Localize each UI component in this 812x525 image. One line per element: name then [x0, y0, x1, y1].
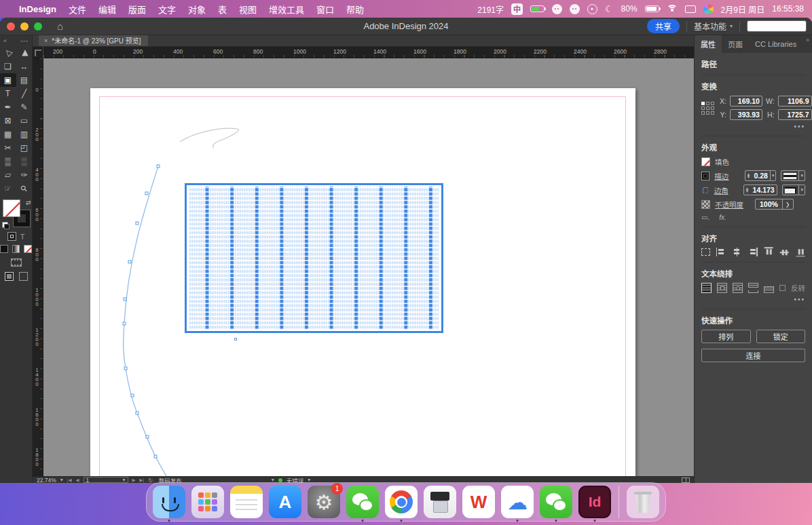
pencil-tool[interactable]: ✎ — [16, 100, 33, 114]
menu-2[interactable]: 版面 — [128, 5, 146, 15]
align-right-icon[interactable] — [748, 248, 757, 256]
align-left-icon[interactable] — [716, 248, 726, 256]
dock-item-wechat-2[interactable] — [540, 486, 572, 518]
dock-item-print-center[interactable] — [424, 486, 456, 518]
page-dropdown-icon[interactable]: ▾ — [123, 477, 126, 483]
corner-radius-value[interactable]: 14.173 — [751, 186, 777, 194]
opacity-value[interactable]: 100% — [756, 200, 782, 208]
pencil-stroke-path[interactable] — [180, 128, 239, 148]
dock-item-weiyun-cloud[interactable]: ☁ — [501, 486, 534, 518]
zoom-tool[interactable]: ⚲ — [16, 182, 33, 195]
path-anchor-points[interactable] — [123, 165, 160, 458]
display-icon[interactable] — [685, 5, 696, 13]
close-tab-icon[interactable]: × — [44, 37, 48, 44]
apply-color-button[interactable] — [0, 245, 8, 253]
h-field[interactable]: 1725.7 — [778, 109, 812, 120]
horizontal-grid-tool[interactable]: ▦ — [0, 128, 16, 141]
frame-tool[interactable]: ⊠ — [0, 114, 16, 128]
panel-grip[interactable]: ▪▪▪ — [20, 38, 29, 44]
x-field[interactable]: 169.10 — [730, 96, 762, 106]
stroke-label[interactable]: 描边 — [714, 171, 739, 181]
spread-view-icon[interactable] — [682, 478, 690, 483]
dock-item-wechat[interactable] — [346, 486, 379, 518]
menu-4[interactable]: 对象 — [188, 5, 206, 15]
view-options-icon[interactable] — [11, 258, 22, 267]
bezier-path[interactable] — [124, 166, 171, 476]
vertical-grid-tool[interactable]: ▥ — [16, 128, 33, 141]
first-page-button[interactable]: |◀ — [67, 478, 72, 483]
transform-more-options[interactable]: ••• — [701, 123, 805, 130]
dock-item-notes[interactable] — [230, 486, 263, 518]
menu-5[interactable]: 表 — [218, 5, 227, 15]
lock-button[interactable]: 锁定 — [756, 330, 806, 343]
vertical-ruler[interactable]: 020040060080010001200140016001800 — [33, 58, 43, 476]
dock-item-system-settings[interactable]: ⚙1 — [308, 486, 340, 518]
opacity-expand-icon[interactable]: ❯ — [782, 199, 793, 209]
frame-fitting-icon[interactable]: ▭. — [701, 214, 709, 221]
accessory-battery-icon[interactable] — [530, 5, 545, 12]
menu-1[interactable]: 编辑 — [98, 5, 116, 15]
y-field[interactable]: 393.93 — [730, 109, 762, 120]
last-page-button[interactable]: ▶| — [140, 478, 145, 483]
pen-tool[interactable]: ✒ — [0, 100, 16, 114]
menu-6[interactable]: 视图 — [239, 5, 257, 15]
share-button[interactable]: 共享 — [647, 19, 680, 33]
dock-item-finder[interactable] — [153, 486, 185, 518]
stroke-color-swatch[interactable] — [701, 172, 709, 180]
stroke-weight-stepper[interactable]: ▲▼ 0.28 ▾ — [745, 170, 777, 181]
focus-moon-icon[interactable]: ☾ — [605, 3, 614, 14]
menubar-time[interactable]: 16:55:38 — [772, 4, 804, 14]
corner-radius-stepper[interactable]: ▲▼ 14.173 — [743, 184, 777, 195]
page-tool[interactable]: ❏ — [0, 60, 16, 73]
link-button[interactable]: 连接 — [701, 349, 805, 362]
gradient-swatch-tool[interactable]: ▒ — [0, 155, 16, 168]
dock-item-launchpad[interactable] — [191, 486, 224, 518]
dock-item-trash[interactable] — [627, 486, 659, 518]
type-tool[interactable]: T — [0, 87, 16, 100]
default-fill-stroke-icon[interactable] — [2, 222, 8, 228]
opacity-field[interactable]: 100% ❯ — [755, 199, 794, 210]
menu-9[interactable]: 帮助 — [346, 5, 364, 15]
zoom-dropdown-icon[interactable]: ▾ — [60, 477, 63, 483]
screen-mode-preview-button[interactable] — [19, 272, 28, 281]
home-icon[interactable]: ⌂ — [57, 20, 63, 32]
menu-3[interactable]: 文字 — [158, 5, 176, 15]
gradient-feather-tool[interactable]: ░ — [16, 155, 33, 168]
wrap-object-shape-icon[interactable] — [733, 283, 743, 293]
wifi-icon[interactable] — [667, 5, 678, 13]
panel-tab-0[interactable]: 属性 — [695, 35, 722, 53]
zoom-window-button[interactable] — [34, 22, 42, 31]
free-transform-tool[interactable]: ◰ — [16, 141, 33, 155]
menu-0[interactable]: 文件 — [69, 5, 86, 15]
play-status-icon[interactable]: ▸ — [587, 4, 597, 14]
align-vcenter-icon[interactable] — [780, 247, 789, 256]
scissors-tool[interactable]: ✂ — [0, 141, 16, 155]
key-object-icon[interactable] — [701, 248, 710, 256]
w-field[interactable]: 1106.9 — [778, 96, 812, 106]
wechat-status-icon[interactable] — [552, 4, 562, 14]
fill-swatch-none[interactable] — [3, 199, 20, 217]
search-input[interactable] — [747, 20, 807, 32]
textwrap-more-options[interactable]: ••• — [701, 296, 805, 303]
jump-to-next-column-icon[interactable] — [764, 283, 774, 293]
opacity-label[interactable]: 不透明度 — [715, 199, 750, 210]
direct-selection-tool[interactable]: ▶ — [16, 46, 33, 60]
dock-item-indesign[interactable]: Id — [578, 486, 611, 518]
menubar-date[interactable]: 2月9日 周日 — [721, 3, 765, 15]
screen-mode-normal-button[interactable] — [5, 272, 14, 281]
stroke-weight-dropdown-icon[interactable]: ▾ — [770, 171, 776, 180]
fill-color-swatch[interactable] — [701, 157, 710, 166]
stroke-weight-value[interactable]: 0.28 — [752, 172, 769, 180]
content-collector-tool[interactable]: ▣ — [0, 73, 16, 87]
apply-gradient-button[interactable] — [12, 245, 20, 253]
no-wrap-icon[interactable] — [701, 283, 712, 293]
collapse-panel-icon[interactable]: » — [806, 37, 809, 43]
corner-label[interactable]: 边角 — [714, 185, 739, 195]
reference-point-selector[interactable] — [701, 102, 714, 115]
document-tab[interactable]: × *未命名-1 @ 23% [GPU 预览] — [39, 35, 148, 46]
swap-fill-stroke-icon[interactable]: ⇄ — [26, 199, 31, 206]
align-bottom-icon[interactable] — [796, 247, 805, 256]
arrange-button[interactable]: 排列 — [701, 330, 751, 343]
fill-stroke-widget[interactable]: ⇄ — [3, 199, 30, 227]
align-hcenter-icon[interactable] — [732, 248, 741, 256]
